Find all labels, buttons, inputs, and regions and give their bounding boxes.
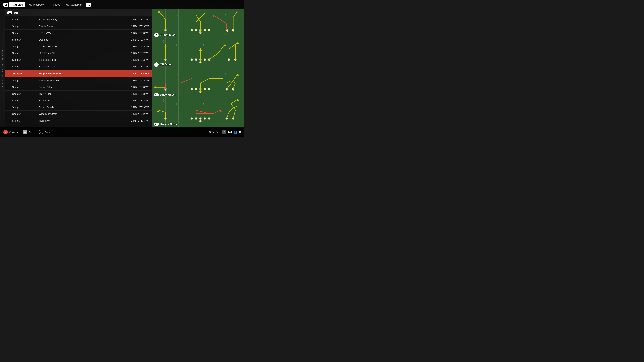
play-row[interactable]: Shotgun Wing Slot Offset 1 RB 2 TE 2 WR <box>5 111 152 117</box>
svg-text:0: 0 <box>163 69 164 73</box>
username: OPM_Ben <box>209 131 220 133</box>
tab-my-playbook[interactable]: My Playbook <box>26 2 46 7</box>
play-formation: Shotgun <box>12 58 39 61</box>
diagram-3-play-name: Drive Wheel <box>160 93 176 96</box>
play-formation: Shotgun <box>12 79 39 82</box>
diagram-2-play-name: QB Draw <box>160 63 172 66</box>
play-formation: Shotgun <box>12 65 39 68</box>
play-name: Empty Bunch Wide <box>39 72 122 75</box>
sidebar-label: EDIT AUDIBLES: CHOOSE A SET <box>0 9 5 127</box>
save-label: Save <box>28 131 34 134</box>
play-row[interactable]: Shotgun Spread Y-Slot Wk 1 RB 1 TE 3 WR <box>5 43 152 50</box>
play-name: Split Y Off <box>39 99 123 102</box>
tab-audibles[interactable]: Audibles <box>9 2 25 7</box>
diagram-4-play-name: Drive Y Corner <box>160 123 178 126</box>
play-row[interactable]: Shotgun Split Y Off 2 RB 1 TE 2 WR <box>5 97 152 104</box>
section-title: All <box>14 11 18 14</box>
play-name: Tight Slots <box>39 119 123 122</box>
play-name: Bunch Offset <box>39 86 123 88</box>
bottom-right: OPM_Ben 🎤 R3 👥 0 <box>209 130 241 134</box>
svg-text:×: × <box>200 30 201 32</box>
l1-badge: L1 <box>3 3 8 6</box>
play-row[interactable]: Shotgun Empty Trips Speed 1 RB 1 TE 3 WR <box>5 77 152 84</box>
score: 0 <box>239 131 241 134</box>
play-formation: Shotgun <box>12 92 39 95</box>
r3-badge: R3 <box>228 131 232 133</box>
play-formation: Shotgun <box>12 18 39 21</box>
play-row[interactable]: Shotgun Bunch Str Nasty 1 RB 1 TE 3 WR <box>5 16 152 23</box>
svg-point-39 <box>190 58 193 61</box>
svg-text:×: × <box>164 119 166 121</box>
svg-text:0: 0 <box>163 40 164 43</box>
section-badge: L2 <box>8 11 12 14</box>
svg-point-14 <box>190 29 193 31</box>
play-row[interactable]: Shotgun Empty Chips 1 RB 1 TE 3 WR <box>5 23 152 30</box>
confirm-label: Confirm <box>9 131 18 134</box>
play-row[interactable]: Shotgun Split Slot Open 2 RB 0 TE 3 WR <box>5 56 152 63</box>
bottom-bar: ✕ Confirm ▭ Save ○ Back OPM_Ben 🎤 R3 👥 0 <box>0 127 244 137</box>
svg-point-40 <box>195 58 197 61</box>
r1-badge: R1 <box>86 3 91 6</box>
svg-text:×: × <box>227 30 228 33</box>
play-name: Spread Y-Flex <box>39 65 123 68</box>
svg-text:5: 5 <box>202 102 204 105</box>
svg-text:×: × <box>164 89 166 92</box>
play-personnel: 1 RB 2 TE 2 WR <box>123 112 150 115</box>
play-row[interactable]: Shotgun Tight Slots 1 RB 1 TE 3 WR <box>5 117 152 124</box>
play-row[interactable]: Shotgun Doubles 1 RB 1 TE 3 WR <box>5 36 152 43</box>
svg-point-67 <box>204 88 206 90</box>
svg-text:5: 5 <box>176 13 178 17</box>
svg-text:×: × <box>226 89 227 92</box>
play-row[interactable]: Shotgun Bunch Offset 1 RB 1 TE 3 WR <box>5 84 152 90</box>
svg-text:4: 4 <box>224 102 226 105</box>
back-label: Back <box>44 131 50 134</box>
back-action[interactable]: ○ Back <box>39 130 50 134</box>
play-name: Empty Chips <box>39 25 123 28</box>
diagram-2-badge: △ <box>154 62 159 67</box>
diagram-label-2: △ QB Draw <box>154 62 172 67</box>
svg-text:×: × <box>233 89 234 92</box>
tab-all-plays[interactable]: All Plays <box>47 2 62 7</box>
play-row[interactable]: Shotgun Y Trips Wk 1 RB 1 TE 3 WR <box>5 30 152 36</box>
confirm-action[interactable]: ✕ Confirm <box>3 130 18 134</box>
play-row[interactable]: Shotgun U Off Trips Wk 1 RB 2 TE 2 WR <box>5 50 152 56</box>
svg-text:5: 5 <box>202 72 204 76</box>
play-formation: Shotgun <box>12 52 39 54</box>
play-personnel: 1 RB 1 TE 3 WR <box>123 65 150 68</box>
play-personnel: 1 RB 1 TE 3 WR <box>123 45 150 48</box>
svg-text:4: 4 <box>224 72 226 76</box>
row-selected-icon: ✕ <box>8 72 12 75</box>
play-personnel: 1 RB 1 TE 3 WR <box>123 18 150 21</box>
svg-text:4: 4 <box>224 13 226 17</box>
diagrams-panel: 0 5 5 4 5 5 4 <box>152 9 244 127</box>
diagram-label-3: L1 Drive Wheel <box>154 93 176 96</box>
square-button-icon: ▭ <box>23 130 27 134</box>
play-formation: Shotgun <box>12 31 39 34</box>
save-action[interactable]: ▭ Save <box>23 130 34 134</box>
play-row[interactable]: Shotgun Bunch Quads 1 RB 1 TE 3 WR <box>5 104 152 111</box>
tab-my-gameplan[interactable]: My Gameplan <box>64 2 85 7</box>
svg-text:0: 0 <box>163 99 164 102</box>
play-personnel: 1 RB 1 TE 3 WR <box>123 106 150 109</box>
section-header: L2 All <box>5 9 152 16</box>
play-row[interactable]: Shotgun Trey Y-Flex 1 RB 1 TE 3 WR <box>5 90 152 97</box>
play-row[interactable]: Shotgun Spread Y-Flex 1 RB 1 TE 3 WR <box>5 63 152 70</box>
svg-point-90 <box>190 117 193 120</box>
svg-text:5: 5 <box>176 102 178 105</box>
svg-text:×: × <box>233 119 234 121</box>
play-personnel: 2 RB 1 TE 2 WR <box>123 99 150 102</box>
svg-text:5: 5 <box>176 72 178 76</box>
main-content: L2 All Shotgun Bunch Str Nasty 1 RB 1 TE… <box>5 9 244 127</box>
svg-point-92 <box>200 117 202 120</box>
play-personnel: 1 RB 1 TE 3 WR <box>123 92 150 95</box>
play-row[interactable]: ✕ Shotgun Empty Bunch Wide 1 RB 1 TE 3 W… <box>5 70 152 77</box>
diagram-card-2: 0 5 5 4 <box>152 39 244 68</box>
diagram-4-badge: R1 <box>154 123 159 125</box>
play-personnel: 1 RB 1 TE 3 WR <box>122 72 149 75</box>
play-formation: Shotgun <box>12 99 39 102</box>
play-personnel: 1 RB 1 TE 3 WR <box>123 119 150 122</box>
svg-point-17 <box>204 29 206 31</box>
play-name: U Off Trips Wk <box>39 52 123 54</box>
play-name: Spread Y-Slot Wk <box>39 45 123 48</box>
svg-text:5: 5 <box>176 43 178 46</box>
